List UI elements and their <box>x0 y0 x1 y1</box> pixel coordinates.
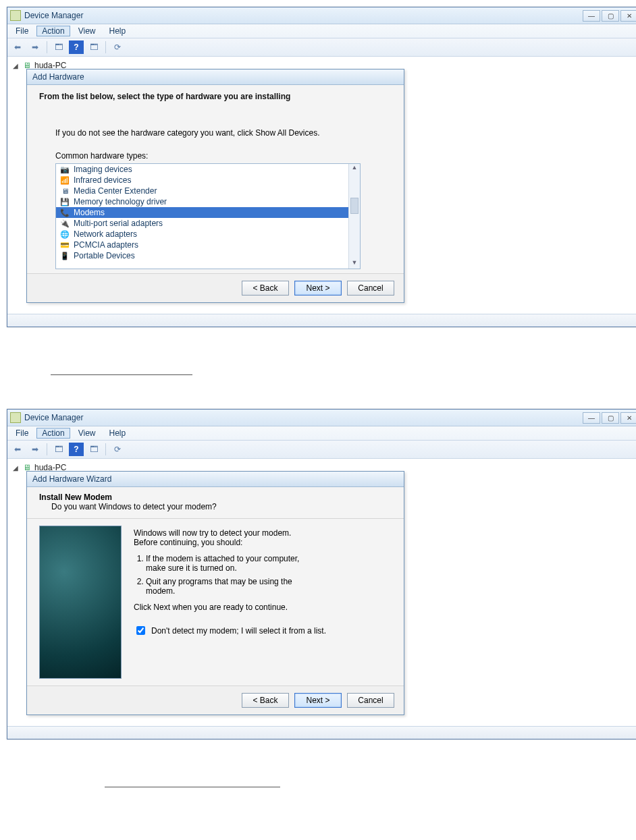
menu-file[interactable]: File <box>10 26 34 36</box>
list-item-label: Media Center Extender <box>74 186 157 196</box>
menu-action[interactable]: Action <box>36 26 70 36</box>
window-title: Device Manager <box>24 413 83 422</box>
minimize-button[interactable]: — <box>583 10 600 22</box>
scan-icon[interactable]: 🗔 <box>86 443 101 456</box>
separator <box>47 41 47 53</box>
list-item-label: Multi-port serial adapters <box>74 219 163 228</box>
list-item-icon: 🖥 <box>60 187 70 195</box>
list-item-icon: 📞 <box>60 208 70 217</box>
add-hardware-wizard-dialog: Add Hardware Wizard Install New Modem Do… <box>26 471 404 715</box>
list-item[interactable]: 📱Portable Devices <box>56 250 360 261</box>
menu-action[interactable]: Action <box>36 428 70 439</box>
dont-detect-label[interactable]: Don't detect my modem; I will select it … <box>151 626 326 636</box>
wizard-heading: Install New Modem <box>39 493 392 502</box>
window-title: Device Manager <box>24 11 83 20</box>
list-item-icon: 💾 <box>60 198 70 206</box>
scroll-up-arrow-icon[interactable]: ▲ <box>349 164 360 173</box>
list-item-label: Infrared devices <box>74 175 131 185</box>
menu-view[interactable]: View <box>73 428 101 439</box>
minimize-button[interactable]: — <box>583 412 600 424</box>
close-button[interactable]: ✕ <box>620 10 636 22</box>
menu-help[interactable]: Help <box>104 428 132 439</box>
dialog-title: Add Hardware Wizard <box>27 472 404 487</box>
back-button[interactable]: < Back <box>242 693 289 708</box>
hardware-type-listbox[interactable]: 📷Imaging devices📶Infrared devices🖥Media … <box>55 163 361 269</box>
list-item[interactable]: 🌐Network adapters <box>56 229 360 240</box>
forward-arrow-icon[interactable]: ➡ <box>28 40 43 54</box>
close-button[interactable]: ✕ <box>620 412 636 424</box>
refresh-icon[interactable]: ⟳ <box>110 40 125 54</box>
list-item[interactable]: 📞Modems <box>56 207 360 218</box>
device-tree: ◢ 🖥 huda-PC Add Hardware Wizard Install … <box>7 459 636 726</box>
menu-view[interactable]: View <box>73 26 101 36</box>
properties-icon[interactable]: 🗔 <box>51 40 66 54</box>
statusbar <box>7 314 636 327</box>
list-item-icon: 📶 <box>60 176 70 185</box>
list-item-label: Modems <box>74 208 105 217</box>
titlebar: Device Manager — ▢ ✕ <box>7 410 636 426</box>
window-controls: — ▢ ✕ <box>583 412 636 424</box>
help-icon[interactable]: ? <box>69 443 84 456</box>
titlebar: Device Manager — ▢ ✕ <box>7 7 636 24</box>
list-item-label: PCMCIA adapters <box>74 240 138 250</box>
list-item[interactable]: 📶Infrared devices <box>56 175 360 186</box>
list-item-icon: 💳 <box>60 241 70 250</box>
scan-icon[interactable]: 🗔 <box>86 40 101 54</box>
figure-caption-line-1 <box>51 374 192 375</box>
device-manager-icon <box>10 412 21 423</box>
wizard-sidebar-image <box>39 526 122 679</box>
separator <box>105 443 106 455</box>
collapse-arrow-icon[interactable]: ◢ <box>13 62 20 69</box>
cancel-button[interactable]: Cancel <box>347 281 394 296</box>
separator <box>47 443 47 455</box>
list-label: Common hardware types: <box>55 151 392 161</box>
list-item[interactable]: 🔌Multi-port serial adapters <box>56 218 360 229</box>
dialog-button-row: < Back Next > Cancel <box>27 273 404 302</box>
window-controls: — ▢ ✕ <box>583 10 636 22</box>
scroll-thumb[interactable] <box>350 198 359 214</box>
list-item[interactable]: 🖥Media Center Extender <box>56 186 360 196</box>
wizard-step: If the modem is attached to your compute… <box>146 554 301 573</box>
wizard-ready: Click Next when you are ready to continu… <box>134 603 392 612</box>
list-item-icon: 📷 <box>60 165 70 174</box>
device-manager-icon <box>10 10 21 21</box>
forward-arrow-icon[interactable]: ➡ <box>28 443 43 456</box>
help-icon[interactable]: ? <box>69 40 84 54</box>
maximize-button[interactable]: ▢ <box>602 412 619 424</box>
menu-help[interactable]: Help <box>104 26 132 36</box>
list-item[interactable]: 📷Imaging devices <box>56 164 360 175</box>
dialog-button-row: < Back Next > Cancel <box>27 685 404 715</box>
properties-icon[interactable]: 🗔 <box>51 443 66 456</box>
back-button[interactable]: < Back <box>242 281 289 296</box>
refresh-icon[interactable]: ⟳ <box>110 443 125 456</box>
toolbar: ⬅ ➡ 🗔 ? 🗔 ⟳ <box>7 38 636 57</box>
list-item-label: Portable Devices <box>74 251 135 260</box>
list-item-icon: 🌐 <box>60 230 70 239</box>
wizard-subheading: Do you want Windows to detect your modem… <box>51 502 392 511</box>
add-hardware-dialog: Add Hardware From the list below, select… <box>26 69 404 303</box>
wizard-text: Windows will now try to detect your mode… <box>134 526 392 679</box>
maximize-button[interactable]: ▢ <box>602 10 619 22</box>
dialog-hint: If you do not see the hardware category … <box>55 128 392 138</box>
menubar: File Action View Help <box>7 426 636 441</box>
device-manager-window-1: Device Manager — ▢ ✕ File Action View He… <box>7 7 636 327</box>
dont-detect-checkbox[interactable] <box>136 626 145 635</box>
menu-file[interactable]: File <box>10 428 34 439</box>
list-item[interactable]: 💳PCMCIA adapters <box>56 240 360 250</box>
list-item[interactable]: 💾Memory technology driver <box>56 196 360 207</box>
next-button[interactable]: Next > <box>294 281 342 296</box>
back-arrow-icon[interactable]: ⬅ <box>10 40 25 54</box>
scroll-down-arrow-icon[interactable]: ▼ <box>349 259 360 269</box>
statusbar <box>7 726 636 739</box>
back-arrow-icon[interactable]: ⬅ <box>10 443 25 456</box>
next-button[interactable]: Next > <box>294 693 342 708</box>
dialog-header-block: Install New Modem Do you want Windows to… <box>27 487 404 519</box>
wizard-step: Quit any programs that may be using the … <box>146 577 301 596</box>
device-tree: ◢ 🖥 huda-PC Add Hardware From the list b… <box>7 57 636 314</box>
collapse-arrow-icon[interactable]: ◢ <box>13 464 20 472</box>
list-item-icon: 📱 <box>60 252 70 260</box>
cancel-button[interactable]: Cancel <box>347 693 394 708</box>
list-item-label: Memory technology driver <box>74 197 167 206</box>
listbox-scrollbar[interactable]: ▲ ▼ <box>348 164 360 269</box>
separator <box>105 41 106 53</box>
